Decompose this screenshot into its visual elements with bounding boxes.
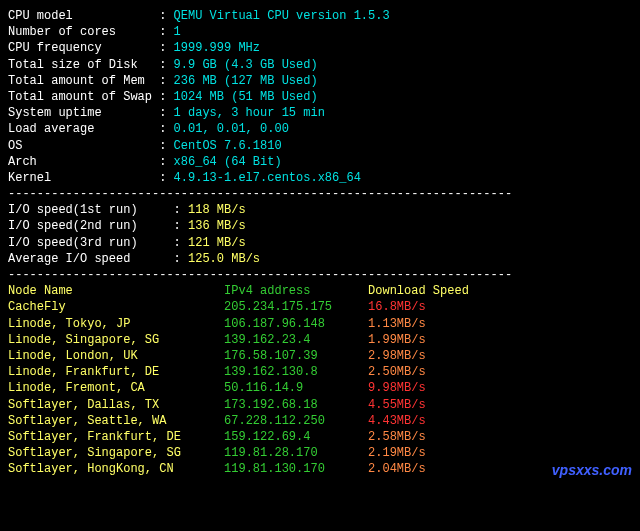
node-name: CacheFly — [8, 299, 224, 315]
node-ip: 139.162.23.4 — [224, 332, 368, 348]
row-io2: I/O speed(2nd run) : 136 MB/s — [8, 218, 632, 234]
node-speed: 9.98MB/s — [368, 381, 426, 395]
hdr-speed: Download Speed — [368, 284, 469, 298]
net-header: Node NameIPv4 addressDownload Speed — [8, 283, 632, 299]
node-row: Linode, Tokyo, JP106.187.96.1481.13MB/s — [8, 316, 632, 332]
row-kernel: Kernel: 4.9.13-1.el7.centos.x86_64 — [8, 170, 632, 186]
node-ip: 67.228.112.250 — [224, 413, 368, 429]
node-ip: 119.81.28.170 — [224, 445, 368, 461]
node-name: Softlayer, Frankfurt, DE — [8, 429, 224, 445]
node-ip: 159.122.69.4 — [224, 429, 368, 445]
value-mem: 236 MB (127 MB Used) — [174, 74, 318, 88]
node-ip: 173.192.68.18 — [224, 397, 368, 413]
row-cpu-model: CPU model: QEMU Virtual CPU version 1.5.… — [8, 8, 632, 24]
hdr-node: Node Name — [8, 283, 224, 299]
label-io1: I/O speed(1st run) — [8, 202, 159, 218]
label-freq: CPU frequency — [8, 40, 159, 56]
value-cpu-model: QEMU Virtual CPU version 1.5.3 — [174, 9, 390, 23]
value-load: 0.01, 0.01, 0.00 — [174, 122, 289, 136]
value-io2: 136 MB/s — [188, 219, 246, 233]
row-io-avg: Average I/O speed : 125.0 MB/s — [8, 251, 632, 267]
node-name: Softlayer, Singapore, SG — [8, 445, 224, 461]
value-swap: 1024 MB (51 MB Used) — [174, 90, 318, 104]
node-speed: 1.13MB/s — [368, 317, 426, 331]
node-row: Softlayer, Seattle, WA67.228.112.2504.43… — [8, 413, 632, 429]
label-load: Load average — [8, 121, 159, 137]
node-speed: 2.04MB/s — [368, 462, 426, 476]
node-ip: 176.58.107.39 — [224, 348, 368, 364]
value-freq: 1999.999 MHz — [174, 41, 260, 55]
node-name: Softlayer, HongKong, CN — [8, 461, 224, 477]
node-row: Softlayer, HongKong, CN119.81.130.1702.0… — [8, 461, 632, 477]
row-io1: I/O speed(1st run) : 118 MB/s — [8, 202, 632, 218]
node-name: Linode, Frankfurt, DE — [8, 364, 224, 380]
row-arch: Arch: x86_64 (64 Bit) — [8, 154, 632, 170]
node-speed: 16.8MB/s — [368, 300, 426, 314]
row-cores: Number of cores: 1 — [8, 24, 632, 40]
label-cpu-model: CPU model — [8, 8, 159, 24]
label-disk: Total size of Disk — [8, 57, 159, 73]
row-io3: I/O speed(3rd run) : 121 MB/s — [8, 235, 632, 251]
node-row: Linode, Frankfurt, DE139.162.130.82.50MB… — [8, 364, 632, 380]
node-speed: 2.58MB/s — [368, 430, 426, 444]
node-ip: 139.162.130.8 — [224, 364, 368, 380]
value-io-avg: 125.0 MB/s — [188, 252, 260, 266]
label-uptime: System uptime — [8, 105, 159, 121]
node-name: Linode, London, UK — [8, 348, 224, 364]
watermark: vpsxxs.com — [552, 461, 632, 480]
node-speed: 4.43MB/s — [368, 414, 426, 428]
divider: ----------------------------------------… — [8, 186, 632, 202]
value-os: CentOS 7.6.1810 — [174, 139, 282, 153]
node-speed: 4.55MB/s — [368, 398, 426, 412]
row-uptime: System uptime: 1 days, 3 hour 15 min — [8, 105, 632, 121]
divider: ----------------------------------------… — [8, 267, 632, 283]
value-io1: 118 MB/s — [188, 203, 246, 217]
node-ip: 106.187.96.148 — [224, 316, 368, 332]
value-uptime: 1 days, 3 hour 15 min — [174, 106, 325, 120]
node-speed: 2.50MB/s — [368, 365, 426, 379]
row-disk: Total size of Disk: 9.9 GB (4.3 GB Used) — [8, 57, 632, 73]
node-ip: 50.116.14.9 — [224, 380, 368, 396]
node-row: CacheFly205.234.175.17516.8MB/s — [8, 299, 632, 315]
label-os: OS — [8, 138, 159, 154]
node-name: Softlayer, Dallas, TX — [8, 397, 224, 413]
node-row: Softlayer, Frankfurt, DE159.122.69.42.58… — [8, 429, 632, 445]
label-kernel: Kernel — [8, 170, 159, 186]
row-load: Load average: 0.01, 0.01, 0.00 — [8, 121, 632, 137]
node-row: Linode, Singapore, SG139.162.23.41.99MB/… — [8, 332, 632, 348]
label-io3: I/O speed(3rd run) — [8, 235, 159, 251]
node-row: Linode, London, UK176.58.107.392.98MB/s — [8, 348, 632, 364]
row-mem: Total amount of Mem: 236 MB (127 MB Used… — [8, 73, 632, 89]
node-name: Linode, Singapore, SG — [8, 332, 224, 348]
node-speed: 1.99MB/s — [368, 333, 426, 347]
node-ip: 119.81.130.170 — [224, 461, 368, 477]
value-kernel: 4.9.13-1.el7.centos.x86_64 — [174, 171, 361, 185]
label-cores: Number of cores — [8, 24, 159, 40]
node-row: Softlayer, Dallas, TX173.192.68.184.55MB… — [8, 397, 632, 413]
node-speed: 2.98MB/s — [368, 349, 426, 363]
row-os: OS: CentOS 7.6.1810 — [8, 138, 632, 154]
row-swap: Total amount of Swap: 1024 MB (51 MB Use… — [8, 89, 632, 105]
node-speed: 2.19MB/s — [368, 446, 426, 460]
label-mem: Total amount of Mem — [8, 73, 159, 89]
label-io2: I/O speed(2nd run) — [8, 218, 159, 234]
label-arch: Arch — [8, 154, 159, 170]
row-freq: CPU frequency: 1999.999 MHz — [8, 40, 632, 56]
node-name: Linode, Fremont, CA — [8, 380, 224, 396]
node-row: Linode, Fremont, CA50.116.14.99.98MB/s — [8, 380, 632, 396]
hdr-ip: IPv4 address — [224, 283, 368, 299]
node-ip: 205.234.175.175 — [224, 299, 368, 315]
value-disk: 9.9 GB (4.3 GB Used) — [174, 58, 318, 72]
label-swap: Total amount of Swap — [8, 89, 159, 105]
node-name: Softlayer, Seattle, WA — [8, 413, 224, 429]
value-arch: x86_64 (64 Bit) — [174, 155, 282, 169]
value-io3: 121 MB/s — [188, 236, 246, 250]
node-name: Linode, Tokyo, JP — [8, 316, 224, 332]
node-row: Softlayer, Singapore, SG119.81.28.1702.1… — [8, 445, 632, 461]
label-io-avg: Average I/O speed — [8, 251, 159, 267]
value-cores: 1 — [174, 25, 181, 39]
